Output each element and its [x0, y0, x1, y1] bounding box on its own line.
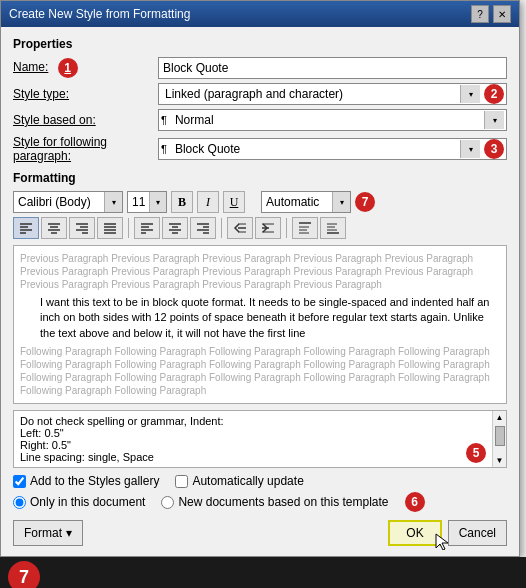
style-based-value: Normal [171, 113, 484, 127]
ok-button-container: OK [388, 520, 441, 546]
description-area: Do not check spelling or grammar, Indent… [13, 410, 507, 468]
name-row: Name: 1 [13, 57, 507, 79]
new-docs-input[interactable] [161, 496, 174, 509]
font-size-value: 11 [128, 195, 149, 209]
only-doc-radio[interactable]: Only in this document [13, 495, 145, 509]
auto-update-label: Automatically update [192, 474, 303, 488]
align-last-left-button[interactable] [134, 217, 160, 239]
style-type-arrow[interactable]: ▾ [460, 85, 480, 103]
description-text: Do not check spelling or grammar, Indent… [20, 415, 500, 463]
bottom-buttons: Format ▾ OK Cancel [13, 520, 507, 546]
format-button[interactable]: Format ▾ [13, 520, 83, 546]
style-based-select[interactable]: ¶ Normal ▾ [158, 109, 507, 131]
style-type-value: Linked (paragraph and character) [161, 87, 460, 101]
add-to-gallery-checkbox[interactable]: Add to the Styles gallery [13, 474, 159, 488]
style-following-value: Block Quote [171, 142, 460, 156]
auto-update-input[interactable] [175, 475, 188, 488]
align-right-button[interactable] [69, 217, 95, 239]
dialog-title: Create New Style from Formatting [9, 7, 190, 21]
add-to-gallery-label: Add to the Styles gallery [30, 474, 159, 488]
space-above-button[interactable] [292, 217, 318, 239]
font-size-arrow[interactable]: ▾ [149, 192, 166, 212]
preview-area: Previous Paragraph Previous Paragraph Pr… [13, 245, 507, 404]
new-docs-label: New documents based on this template [178, 495, 388, 509]
bold-button[interactable]: B [171, 191, 193, 213]
alignment-row [13, 217, 507, 239]
align-last-right-button[interactable] [190, 217, 216, 239]
style-following-label: Style for following paragraph: [13, 135, 158, 163]
decrease-indent-button[interactable] [227, 217, 253, 239]
font-row: Calibri (Body) ▾ 11 ▾ B I U Automatic ▾ [13, 191, 507, 213]
style-based-row: Style based on: ¶ Normal ▾ [13, 109, 507, 131]
title-bar: Create New Style from Formatting ? ✕ [1, 1, 519, 27]
sep1 [128, 218, 129, 238]
name-input[interactable] [158, 57, 507, 79]
radio-row: Only in this document New documents base… [13, 492, 507, 512]
para-icon-2: ¶ [161, 143, 167, 155]
scroll-thumb[interactable] [495, 426, 505, 446]
font-name-select[interactable]: Calibri (Body) ▾ [13, 191, 123, 213]
space-below-button[interactable] [320, 217, 346, 239]
style-type-select[interactable]: Linked (paragraph and character) ▾ 2 [158, 83, 507, 105]
auto-update-checkbox[interactable]: Automatically update [175, 474, 303, 488]
align-left-button[interactable] [13, 217, 39, 239]
preview-follow-text: Following Paragraph Following Paragraph … [20, 345, 500, 397]
new-docs-radio[interactable]: New documents based on this template [161, 495, 388, 509]
taskbar: 7 [0, 557, 526, 588]
font-color-select[interactable]: Automatic ▾ [261, 191, 351, 213]
style-following-row: Style for following paragraph: ¶ Block Q… [13, 135, 507, 163]
badge-2: 2 [484, 84, 504, 104]
name-label: Name: 1 [13, 58, 158, 78]
align-justify-button[interactable] [97, 217, 123, 239]
font-color-value: Automatic [262, 195, 332, 209]
badge-1: 1 [58, 58, 78, 78]
add-to-gallery-input[interactable] [13, 475, 26, 488]
align-center-button[interactable] [41, 217, 67, 239]
style-based-arrow[interactable]: ▾ [484, 111, 504, 129]
format-label: Format [24, 526, 62, 540]
scroll-down-button[interactable]: ▼ [494, 454, 506, 467]
close-button[interactable]: ✕ [493, 5, 511, 23]
scroll-up-button[interactable]: ▲ [494, 411, 506, 424]
ok-button[interactable]: OK [388, 520, 441, 546]
help-button[interactable]: ? [471, 5, 489, 23]
badge-3: 3 [484, 139, 504, 159]
underline-button[interactable]: U [223, 191, 245, 213]
cancel-button[interactable]: Cancel [448, 520, 507, 546]
properties-section: Properties Name: 1 Style type: Linked (p… [13, 37, 507, 163]
style-following-select[interactable]: ¶ Block Quote ▾ 3 [158, 138, 507, 160]
properties-label: Properties [13, 37, 507, 51]
checkbox-row: Add to the Styles gallery Automatically … [13, 474, 507, 488]
badge-7: 7 [355, 192, 375, 212]
formatting-label: Formatting [13, 171, 507, 185]
increase-indent-button[interactable] [255, 217, 281, 239]
badge-6: 6 [405, 492, 425, 512]
style-type-row: Style type: Linked (paragraph and charac… [13, 83, 507, 105]
scrollbar[interactable]: ▲ ▼ [492, 411, 506, 467]
font-color-arrow[interactable]: ▾ [332, 192, 350, 212]
formatting-section: Formatting Calibri (Body) ▾ 11 ▾ B I U [13, 171, 507, 239]
only-doc-label: Only in this document [30, 495, 145, 509]
font-name-arrow[interactable]: ▾ [104, 192, 122, 212]
preview-main-text: I want this text to be in block quote fo… [40, 295, 500, 341]
style-type-label: Style type: [13, 87, 158, 101]
sep2 [221, 218, 222, 238]
taskbar-badge[interactable]: 7 [8, 561, 40, 588]
para-icon-1: ¶ [161, 114, 167, 126]
style-based-label: Style based on: [13, 113, 158, 127]
create-style-dialog: Create New Style from Formatting ? ✕ Pro… [0, 0, 520, 557]
sep3 [286, 218, 287, 238]
preview-prev-text: Previous Paragraph Previous Paragraph Pr… [20, 252, 500, 291]
font-size-select[interactable]: 11 ▾ [127, 191, 167, 213]
style-following-arrow[interactable]: ▾ [460, 140, 480, 158]
format-arrow-icon: ▾ [66, 526, 72, 540]
align-last-center-button[interactable] [162, 217, 188, 239]
font-name-value: Calibri (Body) [14, 195, 104, 209]
only-doc-input[interactable] [13, 496, 26, 509]
taskbar-badge-number: 7 [19, 567, 29, 588]
italic-button[interactable]: I [197, 191, 219, 213]
